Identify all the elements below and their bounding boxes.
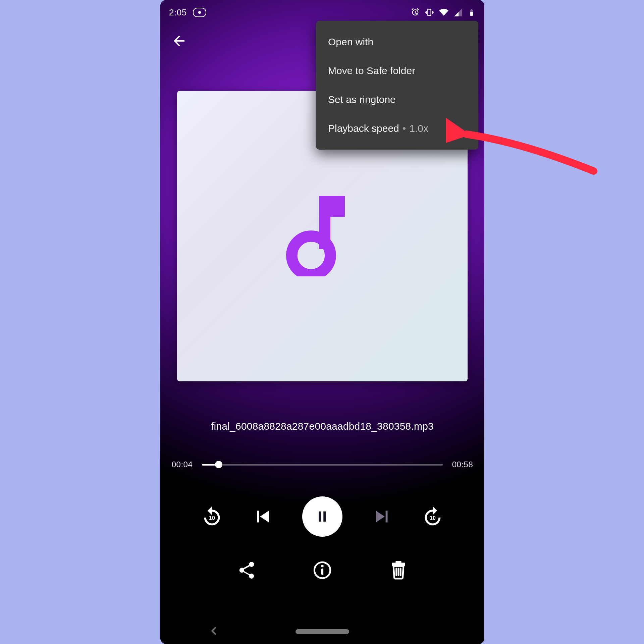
next-track-button[interactable]	[370, 505, 393, 528]
overflow-menu: Open with Move to Safe folder Set as rin…	[316, 21, 478, 150]
nav-back-icon[interactable]	[207, 625, 220, 639]
cell-signal-icon	[453, 8, 463, 17]
delete-button[interactable]	[388, 560, 409, 580]
menu-item-label: Move to Safe folder	[328, 65, 415, 76]
svg-text:10: 10	[209, 515, 215, 521]
status-bar: 2:05	[160, 4, 484, 21]
seek-bar[interactable]	[202, 464, 443, 466]
elapsed-time: 00:04	[170, 460, 194, 469]
menu-item-label: Set as ringtone	[328, 94, 396, 105]
vibrate-icon	[425, 8, 434, 17]
svg-point-2	[292, 236, 330, 275]
nav-home-pill[interactable]	[296, 629, 349, 634]
back-button[interactable]	[171, 33, 190, 52]
music-note-icon	[282, 196, 363, 276]
playback-speed-value: 1.0x	[409, 123, 428, 134]
info-button[interactable]	[312, 560, 332, 580]
menu-item-open-with[interactable]: Open with	[316, 28, 478, 56]
menu-item-move-to-safe-folder[interactable]: Move to Safe folder	[316, 56, 478, 85]
secondary-controls	[160, 560, 484, 580]
system-nav-bar	[160, 619, 484, 644]
phone-frame: 2:05	[160, 0, 484, 644]
previous-track-button[interactable]	[251, 505, 275, 528]
share-button[interactable]	[236, 560, 257, 580]
forward-10-button[interactable]: 10	[421, 505, 444, 528]
menu-item-label: Open with	[328, 36, 373, 47]
rewind-10-button[interactable]: 10	[200, 505, 224, 528]
wifi-icon	[439, 7, 449, 17]
svg-text:10: 10	[430, 515, 436, 521]
play-pause-button[interactable]	[302, 496, 342, 537]
menu-item-set-as-ringtone[interactable]: Set as ringtone	[316, 85, 478, 114]
recording-indicator-icon	[193, 8, 206, 17]
svg-rect-6	[321, 569, 323, 575]
duration-time: 00:58	[451, 460, 474, 469]
svg-point-7	[321, 565, 324, 568]
battery-icon	[468, 8, 476, 17]
separator-dot: •	[399, 123, 410, 134]
seek-thumb[interactable]	[215, 461, 222, 468]
file-name-label: final_6008a8828a287e00aaadbd18_380358.mp…	[160, 421, 484, 432]
playback-controls: 10 10	[160, 496, 484, 537]
alarm-icon	[411, 8, 420, 17]
progress-row: 00:04 00:58	[160, 458, 484, 471]
menu-item-label: Playback speed	[328, 123, 399, 134]
menu-item-playback-speed[interactable]: Playback speed•1.0x	[316, 114, 478, 143]
status-clock: 2:05	[169, 7, 187, 18]
